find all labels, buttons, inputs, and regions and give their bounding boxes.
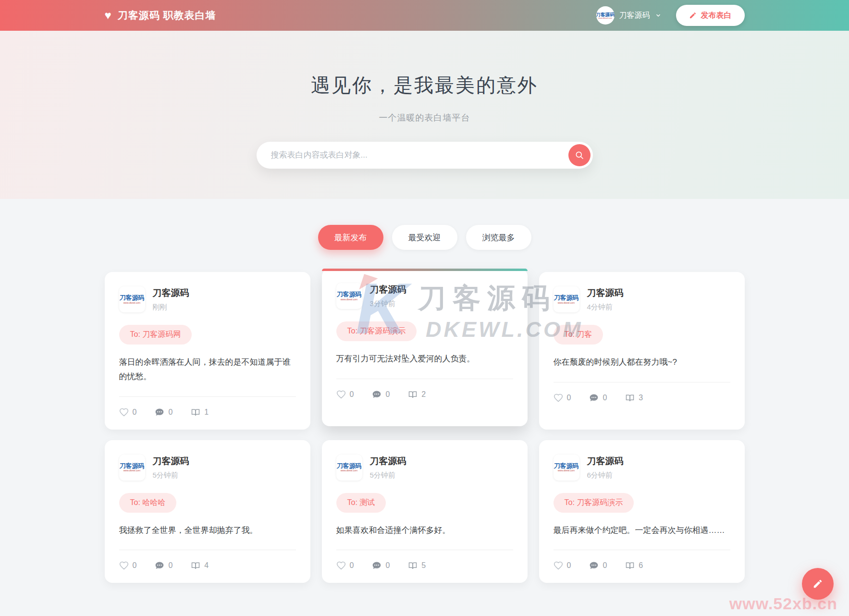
tab-0[interactable]: 最新发布 xyxy=(318,225,383,250)
open-book-icon xyxy=(625,561,635,570)
like-stat[interactable]: 0 xyxy=(554,393,571,403)
views-stat[interactable]: 1 xyxy=(191,407,209,417)
card-avatar: 刀客源码 www.dkewl.com xyxy=(336,455,362,480)
avatar-logo-text: 刀客源码 xyxy=(337,291,362,298)
author-name: 刀客源码 xyxy=(153,455,189,468)
avatar-logo-sub: www.dkewl.com xyxy=(123,302,141,304)
comment-stat[interactable]: 0 xyxy=(589,393,607,403)
avatar-logo-sub: www.dkewl.com xyxy=(598,17,612,19)
heart-outline-icon xyxy=(119,561,129,570)
like-stat[interactable]: 0 xyxy=(554,561,571,570)
card-accent-bar xyxy=(322,269,528,271)
like-stat[interactable]: 0 xyxy=(336,390,354,399)
views-count: 1 xyxy=(204,408,209,417)
avatar-logo-sub: www.dkewl.com xyxy=(558,469,575,472)
author-name: 刀客源码 xyxy=(370,455,406,468)
message-text: 我拯救了全世界，全世界却抛弃了我。 xyxy=(119,523,296,538)
avatar-logo-text: 刀客源码 xyxy=(554,463,579,469)
tab-1[interactable]: 最受欢迎 xyxy=(392,225,457,250)
confession-card[interactable]: 刀客源码 www.dkewl.com 刀客源码 3分钟前 To: 刀客源码演示 … xyxy=(322,269,528,426)
pencil-icon xyxy=(689,12,697,19)
speech-bubble-icon xyxy=(372,561,381,570)
user-name: 刀客源码 xyxy=(619,11,650,21)
card-stats: 0 0 5 xyxy=(336,550,513,570)
comment-count: 0 xyxy=(168,561,172,570)
like-stat[interactable]: 0 xyxy=(119,407,137,417)
chevron-down-icon xyxy=(655,12,662,19)
avatar-logo-sub: www.dkewl.com xyxy=(341,469,358,472)
user-menu[interactable]: 刀客源码 www.dkewl.com 刀客源码 xyxy=(596,6,662,25)
like-count: 0 xyxy=(350,390,354,399)
confession-card[interactable]: 刀客源码 www.dkewl.com 刀客源码 刚刚 To: 刀客源码网 落日的… xyxy=(105,272,310,430)
message-text: 落日的余晖洒落在人间，抹去的是不知道属于谁的忧愁。 xyxy=(119,355,296,384)
comment-count: 0 xyxy=(603,561,607,570)
confession-card[interactable]: 刀客源码 www.dkewl.com 刀客源码 5分钟前 To: 哈哈哈 我拯救… xyxy=(105,440,310,583)
author-name: 刀客源码 xyxy=(370,283,406,296)
card-stats: 0 0 6 xyxy=(554,550,730,570)
open-book-icon xyxy=(191,407,200,417)
to-badge: To: 刀客 xyxy=(554,325,603,345)
page: ♥ 刀客源码 职教表白墙 刀客源码 www.dkewl.com 刀客源码 发布表… xyxy=(0,0,849,616)
open-book-icon xyxy=(408,390,418,399)
author-name: 刀客源码 xyxy=(587,455,624,468)
speech-bubble-icon xyxy=(372,390,381,399)
search-button[interactable] xyxy=(568,144,591,166)
views-stat[interactable]: 5 xyxy=(408,561,426,570)
confession-card[interactable]: 刀客源码 www.dkewl.com 刀客源码 5分钟前 To: 测试 如果喜欢… xyxy=(322,440,528,583)
post-time: 5分钟前 xyxy=(153,471,189,480)
avatar-logo-text: 刀客源码 xyxy=(554,295,579,301)
compose-fab-button[interactable] xyxy=(802,568,834,600)
confession-card[interactable]: 刀客源码 www.dkewl.com 刀客源码 4分钟前 To: 刀客 你在颓废… xyxy=(539,272,745,430)
views-count: 3 xyxy=(639,394,643,402)
to-badge: To: 哈哈哈 xyxy=(119,493,177,513)
to-badge: To: 测试 xyxy=(336,493,386,513)
like-stat[interactable]: 0 xyxy=(119,561,137,570)
speech-bubble-icon xyxy=(589,561,599,570)
comment-stat[interactable]: 0 xyxy=(372,561,390,570)
card-stats: 0 0 2 xyxy=(336,379,513,399)
like-stat[interactable]: 0 xyxy=(336,561,354,570)
views-stat[interactable]: 6 xyxy=(625,561,643,570)
message-text: 你在颓废的时候别人都在努力哦~? xyxy=(554,355,730,370)
open-book-icon xyxy=(191,561,200,570)
avatar-logo-text: 刀客源码 xyxy=(337,463,362,469)
author-name: 刀客源码 xyxy=(587,287,624,299)
heart-outline-icon xyxy=(119,407,129,417)
card-avatar: 刀客源码 www.dkewl.com xyxy=(554,286,579,312)
like-count: 0 xyxy=(567,561,571,570)
card-avatar: 刀客源码 www.dkewl.com xyxy=(554,455,579,480)
heart-outline-icon xyxy=(336,390,346,399)
search-bar xyxy=(257,142,593,169)
search-input[interactable] xyxy=(257,142,593,169)
views-count: 6 xyxy=(639,561,643,570)
speech-bubble-icon xyxy=(155,561,164,570)
views-count: 4 xyxy=(204,561,209,570)
views-stat[interactable]: 4 xyxy=(191,561,209,570)
like-count: 0 xyxy=(133,408,137,417)
comment-count: 0 xyxy=(385,390,390,399)
tab-2[interactable]: 浏览最多 xyxy=(466,225,531,250)
post-time: 4分钟前 xyxy=(587,303,624,312)
comment-count: 0 xyxy=(385,561,390,570)
card-avatar: 刀客源码 www.dkewl.com xyxy=(336,283,362,309)
message-text: 如果喜欢和合适撞个满怀多好。 xyxy=(336,523,513,538)
heart-outline-icon xyxy=(554,393,563,403)
comment-stat[interactable]: 0 xyxy=(589,561,607,570)
avatar-logo-sub: www.dkewl.com xyxy=(123,469,141,472)
comment-stat[interactable]: 0 xyxy=(372,390,390,399)
like-count: 0 xyxy=(567,394,571,402)
card-stats: 0 0 3 xyxy=(554,382,730,403)
hero: 遇见你，是我最美的意外 一个温暖的表白墙平台 xyxy=(0,31,849,199)
comment-stat[interactable]: 0 xyxy=(155,407,172,417)
confession-card[interactable]: 刀客源码 www.dkewl.com 刀客源码 6分钟前 To: 刀客源码演示 … xyxy=(539,440,745,583)
avatar-logo-text: 刀客源码 xyxy=(120,295,145,301)
avatar-logo-sub: www.dkewl.com xyxy=(341,298,358,301)
message-text: 万有引力可无法对坠入爱河的人负责。 xyxy=(336,352,513,366)
views-stat[interactable]: 3 xyxy=(625,393,643,403)
comment-stat[interactable]: 0 xyxy=(155,561,172,570)
publish-button[interactable]: 发布表白 xyxy=(676,5,745,26)
heart-outline-icon xyxy=(554,561,563,570)
views-stat[interactable]: 2 xyxy=(408,390,426,399)
publish-label: 发布表白 xyxy=(701,11,732,21)
brand-title: 刀客源码 职教表白墙 xyxy=(118,9,216,22)
